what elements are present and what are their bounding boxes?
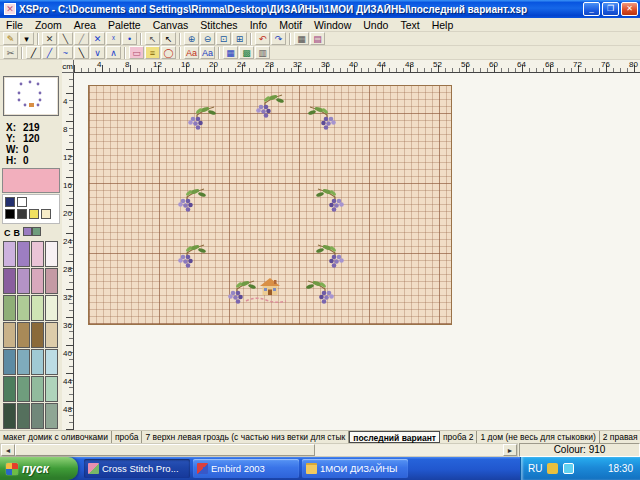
taskbar-task-1[interactable]: Embird 2003	[193, 459, 299, 478]
menu-motif[interactable]: Motif	[273, 19, 308, 31]
palette-swatch[interactable]	[3, 322, 16, 348]
palette-swatch[interactable]	[31, 295, 44, 321]
french-knot-tool[interactable]: •	[122, 32, 137, 45]
text-tool-cyrillic[interactable]: Аа	[200, 46, 215, 59]
design-tab-0[interactable]: макет домик с оливочками	[0, 431, 112, 443]
menu-undo[interactable]: Undo	[357, 19, 394, 31]
backstitch-half-tool[interactable]: ╱	[42, 46, 57, 59]
quick-swatch[interactable]	[17, 209, 27, 219]
minimize-button[interactable]: _	[583, 2, 600, 16]
cb-swatch[interactable]	[23, 227, 32, 236]
palette-swatch[interactable]	[17, 268, 30, 294]
palette-swatch[interactable]	[45, 241, 58, 267]
palette-swatch[interactable]	[3, 376, 16, 402]
palette-swatch[interactable]	[17, 322, 30, 348]
text-tool[interactable]: Aa	[184, 46, 199, 59]
backstitch-curve-tool[interactable]: ~	[58, 46, 73, 59]
palette-swatch[interactable]	[31, 241, 44, 267]
zoom-out-tool[interactable]: ⊖	[200, 32, 215, 45]
zoom-fit-tool[interactable]: ⊞	[232, 32, 247, 45]
design-tab-6[interactable]: 2 правая низ гр	[600, 431, 640, 443]
menu-stitches[interactable]: Stitches	[194, 19, 243, 31]
tool-dropdown[interactable]: ▾	[19, 32, 34, 45]
redo-button[interactable]: ↷	[271, 32, 286, 45]
cb-swatch[interactable]	[32, 227, 41, 236]
canvas-area[interactable]	[74, 73, 640, 430]
quick-swatch[interactable]	[17, 197, 27, 207]
palette-swatch[interactable]	[45, 268, 58, 294]
menu-text[interactable]: Text	[394, 19, 425, 31]
palette-swatch[interactable]	[17, 403, 30, 429]
menu-help[interactable]: Help	[426, 19, 460, 31]
scrollbar-thumb[interactable]	[15, 444, 315, 456]
palette-swatch[interactable]	[31, 349, 44, 375]
full-cross-stitch-tool[interactable]: ✕	[42, 32, 57, 45]
tray-app-icon-2[interactable]	[563, 463, 574, 474]
taskbar-task-2[interactable]: 1МОИ ДИЗАЙНЫ	[302, 459, 408, 478]
undo-button[interactable]: ↶	[255, 32, 270, 45]
taskbar-task-0[interactable]: Cross Stitch Pro...	[84, 459, 190, 478]
palette-swatch[interactable]	[17, 376, 30, 402]
palette-view-button[interactable]: ▤	[310, 32, 325, 45]
vee-stitch-tool[interactable]: ∨	[90, 46, 105, 59]
ellipse-tool[interactable]: ◯	[161, 46, 176, 59]
three-quarter-stitch-tool[interactable]: ✕	[90, 32, 105, 45]
eraser-tool[interactable]: ▭	[129, 46, 144, 59]
menu-zoom[interactable]: Zoom	[29, 19, 68, 31]
design-tab-4[interactable]: проба 2	[440, 431, 478, 443]
longstitch-tool[interactable]: ╲	[74, 46, 89, 59]
palette-swatch[interactable]	[31, 268, 44, 294]
palette-swatch[interactable]	[17, 295, 30, 321]
half-stitch-tool[interactable]: ╲	[58, 32, 73, 45]
palette-swatch[interactable]	[45, 295, 58, 321]
chart-view-button[interactable]: ▦	[223, 46, 238, 59]
palette-swatch[interactable]	[17, 241, 30, 267]
palette-swatch[interactable]	[45, 376, 58, 402]
palette-swatch[interactable]	[45, 322, 58, 348]
menu-palette[interactable]: Palette	[102, 19, 147, 31]
palette-swatch[interactable]	[3, 349, 16, 375]
tray-app-icon-1[interactable]	[547, 463, 558, 474]
start-button[interactable]: пуск	[0, 457, 78, 480]
menu-area[interactable]: Area	[68, 19, 102, 31]
select-arrow-tool[interactable]: ↖	[145, 32, 160, 45]
backstitch-tool[interactable]: ╱	[26, 46, 41, 59]
quarter-stitch-tool[interactable]: ╱	[74, 32, 89, 45]
palette-swatch[interactable]	[3, 295, 16, 321]
petite-stitch-tool[interactable]: ˣ	[106, 32, 121, 45]
fabric-grid[interactable]	[88, 85, 452, 325]
menu-info[interactable]: Info	[244, 19, 274, 31]
quick-swatch[interactable]	[5, 197, 15, 207]
palette-swatch[interactable]	[31, 403, 44, 429]
zoom-area-tool[interactable]: ⊡	[216, 32, 231, 45]
note-tool[interactable]: ≡	[145, 46, 160, 59]
palette-swatch[interactable]	[31, 322, 44, 348]
close-button[interactable]: ✕	[621, 2, 638, 16]
design-tab-5[interactable]: 1 дом (не весь для стыковки)	[477, 431, 599, 443]
palette-swatch[interactable]	[45, 349, 58, 375]
maximize-button[interactable]: ❐	[602, 2, 619, 16]
palette-swatch[interactable]	[3, 403, 16, 429]
menu-window[interactable]: Window	[308, 19, 357, 31]
cut-tool[interactable]: ✂	[3, 46, 18, 59]
quick-swatch[interactable]	[5, 209, 15, 219]
zoom-in-tool[interactable]: ⊕	[184, 32, 199, 45]
palette-swatch[interactable]	[3, 241, 16, 267]
selected-color-swatch[interactable]	[2, 168, 60, 193]
design-tab-3[interactable]: последний вариант	[349, 431, 440, 443]
scroll-left-icon[interactable]: ◄	[1, 444, 15, 456]
design-tab-1[interactable]: проба	[112, 431, 142, 443]
menu-canvas[interactable]: Canvas	[147, 19, 195, 31]
grid-toggle-button[interactable]: ▦	[294, 32, 309, 45]
quick-swatch[interactable]	[29, 209, 39, 219]
pencil-tool[interactable]: ✎	[3, 32, 18, 45]
symbol-view-button[interactable]: ▥	[255, 46, 270, 59]
quick-swatch[interactable]	[41, 209, 51, 219]
design-tab-2[interactable]: 7 верхн левая гроздь (с частью низ ветки…	[142, 431, 349, 443]
palette-swatch[interactable]	[45, 403, 58, 429]
palette-swatch[interactable]	[3, 268, 16, 294]
language-indicator[interactable]: RU	[528, 463, 542, 474]
lazy-daisy-tool[interactable]: ∧	[106, 46, 121, 59]
color-chart-view-button[interactable]: ▩	[239, 46, 254, 59]
horizontal-scrollbar[interactable]: ◄ ►	[0, 443, 518, 457]
